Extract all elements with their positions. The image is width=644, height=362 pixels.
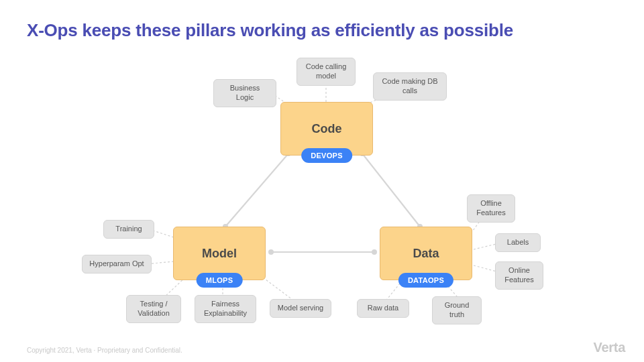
tag-labels: Labels <box>495 233 541 252</box>
brand-logo: Verta <box>594 340 625 355</box>
pillar-data-badge: DATAOPS <box>398 273 453 288</box>
page-title: X-Ops keeps these pillars working as eff… <box>27 20 513 41</box>
pillar-data: Data DATAOPS <box>380 227 472 280</box>
copyright-footer: Copyright 2021, Verta · Proprietary and … <box>27 347 182 354</box>
tag-code-calling-model: Code calling model <box>297 58 356 86</box>
svg-point-8 <box>372 249 377 255</box>
pillar-code-label: Code <box>312 122 342 136</box>
tag-raw-data: Raw data <box>357 299 409 318</box>
pillar-model: Model MLOPS <box>173 227 266 280</box>
tag-training: Training <box>103 220 154 239</box>
svg-line-1 <box>362 154 420 227</box>
svg-line-0 <box>225 154 288 227</box>
pillar-code: Code DEVOPS <box>280 102 373 156</box>
tag-model-serving: Model serving <box>270 299 331 318</box>
tag-offline-features: Offline Features <box>467 194 515 223</box>
tag-code-making-db-calls: Code making DB calls <box>373 72 447 101</box>
tag-fairness-explainability: Fairness Explainability <box>195 295 256 323</box>
pillar-model-badge: MLOPS <box>197 273 243 288</box>
pillar-code-badge: DEVOPS <box>301 148 352 163</box>
svg-line-16 <box>263 278 295 302</box>
tag-business-logic: Business Logic <box>213 79 276 107</box>
tag-ground-truth: Ground truth <box>432 296 482 324</box>
slide: X-Ops keeps these pillars working as eff… <box>0 0 644 362</box>
tag-online-features: Online Features <box>495 261 543 290</box>
tag-hyperparam-opt: Hyperparam Opt <box>82 255 152 274</box>
pillar-model-label: Model <box>202 247 237 261</box>
tag-testing-validation: Testing / Validation <box>126 295 181 323</box>
svg-point-7 <box>268 249 274 255</box>
pillar-data-label: Data <box>413 247 439 261</box>
